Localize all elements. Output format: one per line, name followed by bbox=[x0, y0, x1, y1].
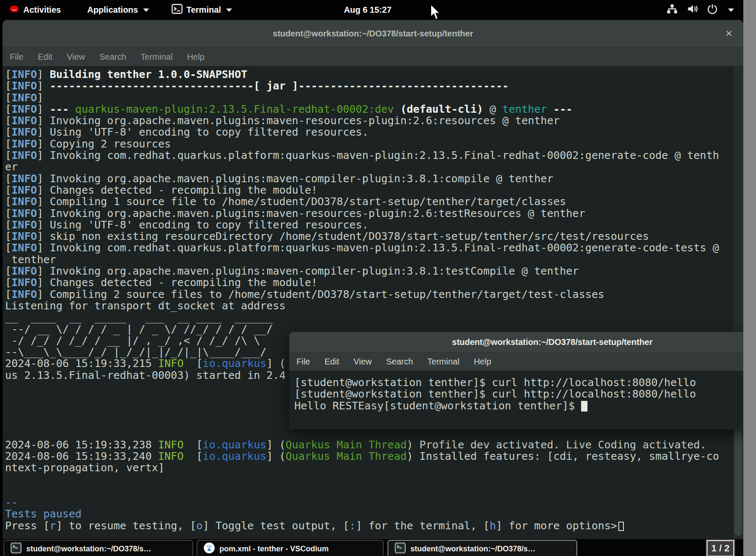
terminal-line: __ ____ __ _____ ___ __ ____ ______ bbox=[5, 311, 743, 323]
terminal-line: [INFO] Invoking org.apache.maven.plugins… bbox=[5, 265, 743, 277]
close-icon[interactable]: × bbox=[726, 28, 732, 39]
menu-terminal[interactable]: Terminal bbox=[133, 52, 180, 62]
taskbar-button-terminal-2[interactable]: student@workstation:~/DO378/s… bbox=[388, 540, 577, 556]
terminal-line: [INFO] bbox=[5, 92, 743, 103]
menu-view[interactable]: View bbox=[60, 52, 92, 62]
taskbar-button-label: pom.xml - tenther - VSCodium bbox=[219, 545, 329, 553]
chevron-down-icon bbox=[143, 8, 149, 12]
menu-file[interactable]: File bbox=[289, 357, 317, 367]
volume-icon bbox=[687, 3, 698, 17]
mouse-pointer bbox=[430, 3, 444, 23]
terminal-line: er bbox=[5, 161, 743, 172]
screen-edge-strip bbox=[743, 0, 756, 556]
terminal-line: [INFO] --------------------------------[… bbox=[5, 80, 743, 92]
terminal-line: Tests paused bbox=[5, 508, 743, 520]
terminal-line: [INFO] Using 'UTF-8' encoding to copy fi… bbox=[5, 219, 743, 231]
overlay-window-titlebar[interactable]: student@workstation:~/DO378/start-setup/… bbox=[289, 332, 756, 352]
terminal-line: 2024-08-06 15:19:33,240 INFO [io.quarkus… bbox=[5, 450, 743, 462]
menu-edit[interactable]: Edit bbox=[317, 357, 346, 367]
terminal-app-icon bbox=[171, 3, 183, 17]
terminal-line: [INFO] Compiling 2 source files to /home… bbox=[5, 289, 743, 300]
vscodium-icon bbox=[203, 542, 215, 556]
scrollbar-thumb[interactable] bbox=[734, 425, 742, 536]
terminal-window-main: student@workstation:~/DO378/start-setup/… bbox=[3, 20, 743, 539]
taskbar-button-label: student@workstation:~/DO378/s… bbox=[26, 545, 151, 553]
terminal-line bbox=[5, 473, 743, 485]
applications-label: Applications bbox=[87, 5, 138, 15]
main-window-menubar: File Edit View Search Terminal Help bbox=[3, 47, 743, 66]
terminal-line: 2024-08-06 15:19:33,238 INFO [io.quarkus… bbox=[5, 439, 743, 450]
terminal-icon bbox=[394, 542, 406, 556]
desktop-screen: Activities Applications Terminal Aug 6 1… bbox=[0, 0, 756, 556]
terminal-line: [INFO] Copying 2 resources bbox=[5, 138, 743, 150]
activities-button[interactable]: Activities bbox=[8, 3, 61, 17]
menu-view[interactable]: View bbox=[346, 357, 379, 367]
system-tray[interactable] bbox=[666, 0, 734, 20]
terminal-log: [student@workstation tenther]$ curl http… bbox=[294, 377, 756, 411]
terminal-line: [INFO] Building tenther 1.0.0-SNAPSHOT bbox=[5, 69, 743, 80]
cursor-hollow bbox=[618, 522, 624, 531]
window-list-taskbar: student@workstation:~/DO378/s… pom.xml -… bbox=[0, 539, 743, 556]
terminal-line: ntext-propagation, vertx] bbox=[5, 462, 743, 473]
menu-terminal[interactable]: Terminal bbox=[420, 357, 467, 367]
terminal-appmenu-label: Terminal bbox=[186, 5, 221, 15]
terminal-line: [INFO] Using 'UTF-8' encoding to copy fi… bbox=[5, 126, 743, 138]
redhat-logo-icon bbox=[8, 3, 20, 17]
terminal-line: [INFO] Compiling 1 source file to /home/… bbox=[5, 196, 743, 207]
overlay-window-title: student@workstation:~/DO378/start-setup/… bbox=[452, 337, 652, 347]
chevron-down-icon bbox=[728, 8, 734, 12]
workspace-indicator-label: 1 / 2 bbox=[712, 543, 730, 554]
terminal-line: -- bbox=[5, 497, 743, 508]
terminal-line: [student@workstation tenther]$ curl http… bbox=[294, 377, 756, 388]
overlay-window-menubar: File Edit View Search Terminal Help bbox=[289, 352, 756, 371]
chevron-down-icon bbox=[226, 8, 232, 12]
terminal-line: [INFO] Invoking com.redhat.quarkus.platf… bbox=[5, 150, 743, 161]
gnome-top-bar: Activities Applications Terminal Aug 6 1… bbox=[0, 0, 743, 20]
terminal-line: Press [r] to resume testing, [o] Toggle … bbox=[5, 520, 743, 531]
taskbar-button-label: student@workstation:~/DO378/s… bbox=[410, 545, 535, 553]
terminal-line: [INFO] Invoking org.apache.maven.plugins… bbox=[5, 208, 743, 219]
terminal-line: [INFO] Invoking com.redhat.quarkus.platf… bbox=[5, 242, 743, 253]
terminal-line bbox=[5, 485, 743, 497]
terminal-line: [INFO] skip non existing resourceDirecto… bbox=[5, 231, 743, 242]
network-icon bbox=[666, 3, 678, 17]
cursor-block bbox=[581, 401, 587, 411]
terminal-window-overlay: student@workstation:~/DO378/start-setup/… bbox=[289, 332, 756, 429]
menu-search[interactable]: Search bbox=[92, 52, 133, 62]
terminal-line: Hello RESTEasy[student@workstation tenth… bbox=[294, 400, 756, 411]
main-window-title: student@workstation:~/DO378/start-setup/… bbox=[273, 29, 473, 39]
workspace-indicator[interactable]: 1 / 2 bbox=[706, 540, 734, 556]
taskbar-button-vscodium[interactable]: pom.xml - tenther - VSCodium bbox=[197, 540, 384, 556]
terminal-line: [INFO] --- quarkus-maven-plugin:2.13.5.F… bbox=[5, 103, 743, 115]
terminal-appmenu[interactable]: Terminal bbox=[171, 3, 232, 17]
power-icon bbox=[707, 3, 718, 17]
menu-search[interactable]: Search bbox=[379, 357, 420, 367]
menu-file[interactable]: File bbox=[3, 52, 30, 62]
applications-menu[interactable]: Applications bbox=[87, 5, 149, 15]
menu-help[interactable]: Help bbox=[467, 357, 498, 367]
terminal-line: [INFO] Changes detected - recompiling th… bbox=[5, 184, 743, 196]
terminal-line: [student@workstation tenther]$ curl http… bbox=[294, 388, 756, 400]
terminal-line: Listening for transport dt_socket at add… bbox=[5, 300, 743, 311]
terminal-icon bbox=[10, 542, 22, 556]
taskbar-button-terminal-1[interactable]: student@workstation:~/DO378/s… bbox=[3, 540, 193, 556]
main-terminal-output[interactable]: [INFO] Building tenther 1.0.0-SNAPSHOT[I… bbox=[3, 66, 743, 539]
menu-help[interactable]: Help bbox=[180, 52, 212, 62]
terminal-line: tenther bbox=[5, 254, 743, 265]
scrollbar[interactable] bbox=[733, 66, 743, 539]
overlay-terminal-output[interactable]: [student@workstation tenther]$ curl http… bbox=[289, 371, 756, 429]
clock[interactable]: Aug 6 15:27 bbox=[344, 0, 391, 20]
menu-edit[interactable]: Edit bbox=[30, 52, 59, 62]
main-window-titlebar[interactable]: student@workstation:~/DO378/start-setup/… bbox=[3, 20, 743, 47]
terminal-line: [INFO] Invoking org.apache.maven.plugins… bbox=[5, 115, 743, 126]
terminal-line: [INFO] Changes detected - recompiling th… bbox=[5, 277, 743, 288]
clock-label: Aug 6 15:27 bbox=[344, 5, 391, 15]
terminal-line: [INFO] Invoking org.apache.maven.plugins… bbox=[5, 173, 743, 184]
activities-label: Activities bbox=[23, 5, 61, 15]
terminal-log: [INFO] Building tenther 1.0.0-SNAPSHOT[I… bbox=[5, 69, 743, 531]
